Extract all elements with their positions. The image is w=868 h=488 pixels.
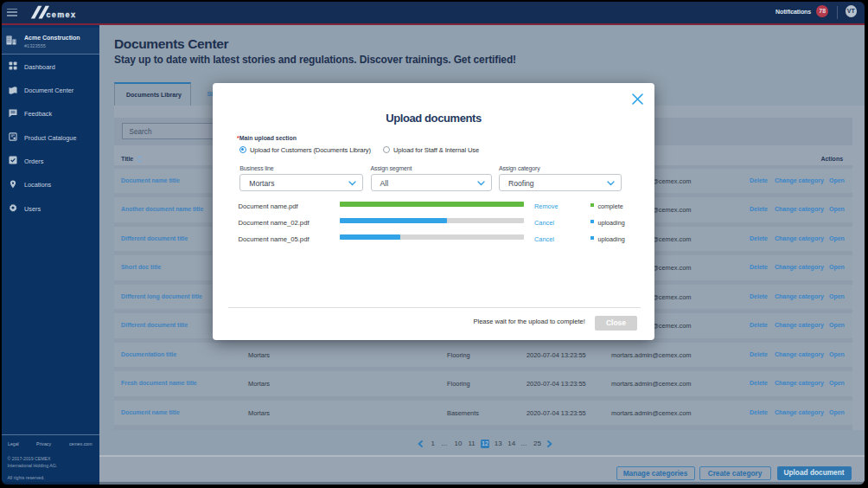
svg-text:cemex: cemex (47, 10, 77, 19)
